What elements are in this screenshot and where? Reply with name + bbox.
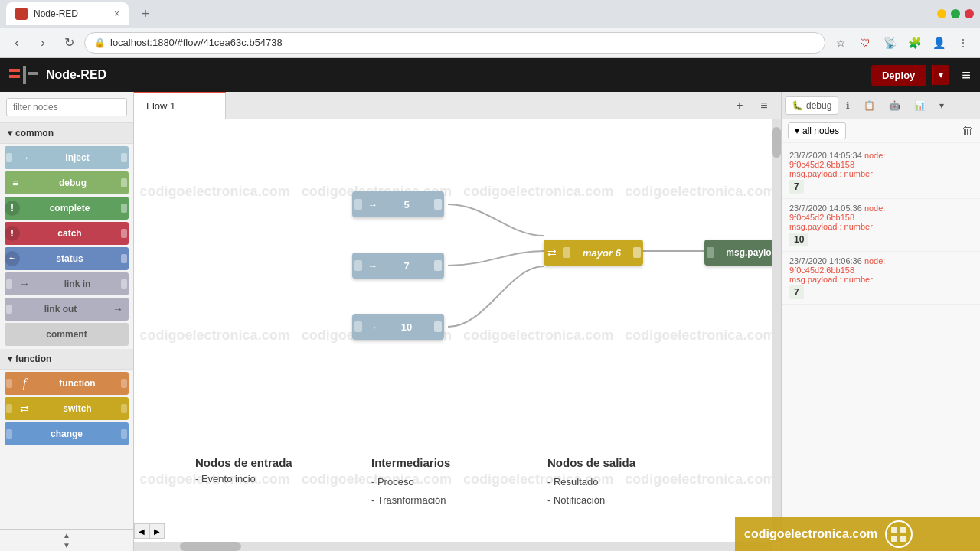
svg-rect-5 bbox=[900, 527, 906, 533]
debug-message-1: 23/7/2020 14:05:34 node: 9f0c45d2.6bb158… bbox=[782, 146, 980, 199]
search-input[interactable] bbox=[6, 98, 127, 116]
maximize-button[interactable] bbox=[951, 9, 960, 18]
close-button[interactable] bbox=[965, 9, 974, 18]
linkin-label: link in bbox=[35, 279, 119, 289]
debug-msg-2-type: msg.payload : number bbox=[789, 222, 972, 231]
browser-titlebar: Node-RED × + bbox=[0, 0, 980, 28]
profile-icon[interactable]: 👤 bbox=[928, 32, 949, 54]
logo-svg bbox=[9, 66, 40, 84]
col2-items: - Proceso - Trasnformación bbox=[371, 473, 524, 509]
canvas-scrollbar-h[interactable] bbox=[134, 542, 772, 551]
col1-item-1: - Evento incio bbox=[195, 473, 348, 484]
section-label-common: common bbox=[15, 128, 54, 139]
cast-icon[interactable]: 📡 bbox=[879, 32, 900, 54]
menu-icon[interactable]: ⋮ bbox=[952, 32, 974, 54]
new-tab-button[interactable]: + bbox=[135, 3, 156, 24]
node-item-comment[interactable]: comment bbox=[5, 323, 129, 346]
app-navbar-right: Deploy ▾ ≡ bbox=[871, 65, 971, 86]
debug-tab-robot[interactable]: 🤖 bbox=[883, 97, 906, 114]
inject-10-label: 10 bbox=[381, 321, 432, 333]
flow-area: Flow 1 + ≡ codigoelectronica.com codigoe… bbox=[134, 92, 781, 551]
node-input-port bbox=[6, 404, 12, 413]
debug-message-2: 23/7/2020 14:05:36 node: 9f0c45d2.6bb158… bbox=[782, 199, 980, 252]
debug-msg-3-type: msg.payload : number bbox=[789, 275, 972, 284]
debug-msg-3-node-label: node: bbox=[864, 256, 886, 266]
add-flow-button[interactable]: + bbox=[729, 95, 750, 116]
label-col-salida: Nodos de salida - Resultado - Notificaci… bbox=[547, 455, 716, 509]
msgpayload-input-port bbox=[707, 247, 714, 258]
canvas-node-inject-10[interactable]: → 10 bbox=[352, 314, 444, 340]
back-button[interactable]: ‹ bbox=[6, 32, 28, 54]
browser-tab[interactable]: Node-RED × bbox=[6, 2, 129, 25]
forward-button[interactable]: › bbox=[32, 32, 54, 54]
node-item-change[interactable]: change bbox=[5, 422, 129, 445]
node-item-status[interactable]: ~ status bbox=[5, 247, 129, 270]
clear-debug-button[interactable]: 🗑 bbox=[962, 124, 974, 138]
scroll-up-button[interactable]: ▲ bbox=[63, 531, 70, 540]
canvas-node-mayor6[interactable]: ⇄ mayor 6 bbox=[544, 240, 643, 266]
debug-msg-1-node-id: 9f0c45d2.6bb158 bbox=[789, 160, 972, 169]
flow-tabs: Flow 1 + ≡ bbox=[134, 92, 781, 119]
canvas-node-msgpayload[interactable]: msg.payload ≡ bbox=[704, 240, 781, 266]
deploy-button[interactable]: Deploy bbox=[871, 65, 926, 86]
sidebar-section-function[interactable]: ▾ function bbox=[0, 349, 133, 370]
scroll-right-btn[interactable]: ▶ bbox=[149, 523, 165, 539]
flow-menu-button[interactable]: ≡ bbox=[753, 95, 775, 116]
debug-label: debug bbox=[26, 178, 119, 188]
debug-tab-debug[interactable]: 🐛 debug bbox=[785, 96, 838, 115]
sidebar: ▾ common → inject ≡ debug ! complete bbox=[0, 92, 134, 551]
flow-tab-1[interactable]: Flow 1 bbox=[134, 92, 226, 119]
debug-msg-2-time: 23/7/2020 14:05:36 bbox=[789, 204, 862, 213]
debug-msg-1-node-label: node: bbox=[864, 151, 886, 160]
all-nodes-filter-button[interactable]: ▾ all nodes bbox=[788, 122, 846, 139]
canvas-node-inject-5[interactable]: → 5 bbox=[352, 191, 444, 217]
shield-icon[interactable]: 🛡 bbox=[854, 32, 876, 54]
hamburger-menu[interactable]: ≡ bbox=[962, 67, 971, 84]
extensions-icon[interactable]: 🧩 bbox=[903, 32, 925, 54]
flow-canvas[interactable]: codigoelectronica.com codigoelectronica.… bbox=[134, 119, 781, 551]
col3-title: Nodos de salida bbox=[547, 455, 716, 471]
scrollbar-thumb-h[interactable] bbox=[180, 542, 241, 551]
svg-rect-2 bbox=[23, 66, 26, 84]
input-port-5 bbox=[354, 199, 362, 210]
debug-msg-1-value: 7 bbox=[789, 180, 804, 194]
node-item-linkin[interactable]: → link in bbox=[5, 272, 129, 295]
bookmark-icon[interactable]: ☆ bbox=[830, 32, 851, 54]
sidebar-section-common[interactable]: ▾ common bbox=[0, 123, 133, 144]
node-output-port bbox=[121, 379, 127, 388]
node-item-catch[interactable]: ! catch bbox=[5, 222, 129, 245]
debug-tab-book[interactable]: 📋 bbox=[858, 97, 881, 114]
debug-tab-info[interactable]: ℹ bbox=[840, 97, 856, 114]
function-label: function bbox=[35, 378, 119, 389]
node-item-debug[interactable]: ≡ debug bbox=[5, 171, 129, 194]
sidebar-scroll: ▾ common → inject ≡ debug ! complete bbox=[0, 123, 133, 529]
scroll-left-btn[interactable]: ◀ bbox=[134, 523, 149, 539]
app-logo: Node-RED bbox=[9, 66, 106, 84]
debug-msg-3-node-id: 9f0c45d2.6bb158 bbox=[789, 266, 972, 275]
minimize-button[interactable] bbox=[937, 9, 946, 18]
scroll-down-button[interactable]: ▼ bbox=[63, 541, 70, 549]
node-item-function[interactable]: f function bbox=[5, 372, 129, 395]
scrollbar-thumb-v[interactable] bbox=[772, 127, 781, 158]
browser-tab-close[interactable]: × bbox=[114, 8, 119, 19]
debug-msg-2-node-label: node: bbox=[864, 204, 886, 213]
node-item-complete[interactable]: ! complete bbox=[5, 197, 129, 220]
node-item-linkout[interactable]: link out → bbox=[5, 298, 129, 321]
canvas-scrollbar-v[interactable] bbox=[772, 119, 781, 542]
debug-tab-dropdown[interactable]: ▾ bbox=[933, 97, 950, 114]
node-input-port bbox=[6, 379, 12, 388]
canvas-node-inject-7[interactable]: → 7 bbox=[352, 253, 444, 279]
node-input-port bbox=[6, 153, 12, 162]
node-item-inject[interactable]: → inject bbox=[5, 146, 129, 169]
svg-rect-4 bbox=[891, 527, 897, 533]
catch-icon: ! bbox=[5, 226, 20, 241]
switch-label: switch bbox=[35, 403, 119, 414]
window-controls bbox=[937, 9, 974, 18]
inject-label: inject bbox=[35, 152, 119, 163]
filter-icon: ▾ bbox=[795, 126, 799, 136]
deploy-dropdown-button[interactable]: ▾ bbox=[932, 65, 949, 85]
node-item-switch[interactable]: ⇄ switch bbox=[5, 397, 129, 420]
address-bar[interactable]: 🔒 localhost:1880/#flow/41cea63c.b54738 bbox=[84, 32, 825, 54]
debug-tab-chart[interactable]: 📊 bbox=[908, 97, 932, 114]
refresh-button[interactable]: ↻ bbox=[58, 32, 80, 54]
